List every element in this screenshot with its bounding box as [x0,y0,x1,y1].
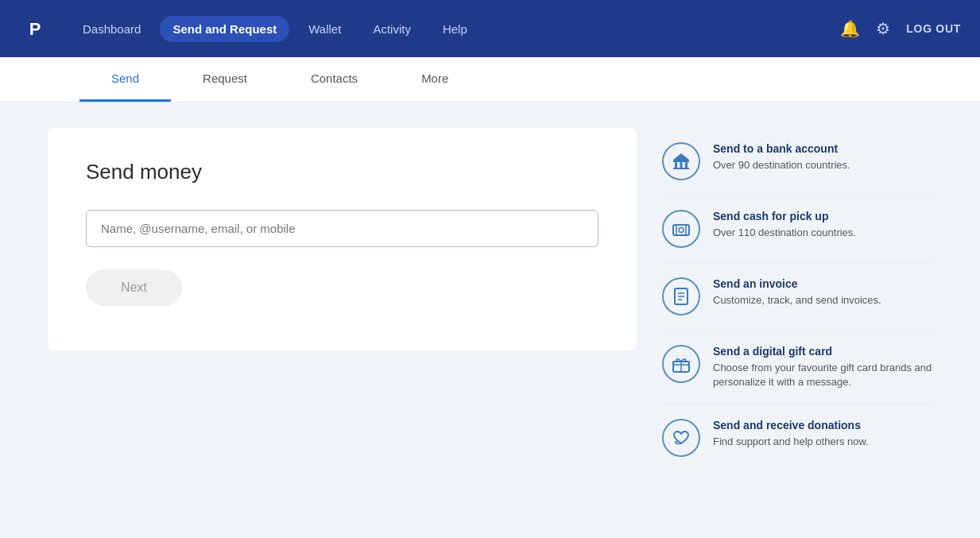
tab-more[interactable]: More [389,57,480,102]
options-panel: Send to a bank account Over 90 destinati… [662,128,932,471]
svg-point-9 [679,228,684,233]
donations-icon [662,419,700,457]
gift-card-text: Send a digital gift card Choose from you… [713,345,932,389]
nav-links: Dashboard Send and Request Wallet Activi… [70,16,840,42]
tab-send[interactable]: Send [79,57,171,102]
paypal-logo[interactable]: P [19,13,51,45]
invoice-icon [662,277,700,315]
navbar: P Dashboard Send and Request Wallet Acti… [0,0,980,57]
option-donations[interactable]: Send and receive donations Find support … [662,404,932,471]
svg-rect-8 [673,225,689,235]
send-money-title: Send money [86,160,598,184]
svg-rect-3 [675,162,677,168]
donations-text: Send and receive donations Find support … [713,419,869,449]
tab-request[interactable]: Request [171,57,279,102]
logout-button[interactable]: LOG OUT [906,22,961,35]
gift-card-icon [662,345,700,383]
svg-rect-6 [673,168,689,169]
cash-pickup-icon [662,210,700,248]
recipient-input[interactable] [86,210,598,247]
svg-text:P: P [29,19,41,39]
nav-help[interactable]: Help [430,16,480,42]
svg-marker-7 [673,153,689,160]
nav-dashboard[interactable]: Dashboard [70,16,153,42]
nav-send-and-request[interactable]: Send and Request [160,16,289,42]
nav-activity[interactable]: Activity [360,16,424,42]
option-cash-pickup[interactable]: Send cash for pick up Over 110 destinati… [662,195,932,263]
tab-contacts[interactable]: Contacts [279,57,389,102]
svg-rect-4 [680,162,683,168]
option-bank-account[interactable]: Send to a bank account Over 90 destinati… [662,128,932,195]
send-money-card: Send money Next [48,128,637,350]
next-button[interactable]: Next [86,269,182,306]
invoice-text: Send an invoice Customize, track, and se… [713,277,881,308]
svg-rect-5 [685,162,688,168]
secondary-nav: Send Request Contacts More [0,57,980,103]
main-content: Send money Next Send to a bank account O… [0,103,980,497]
nav-wallet[interactable]: Wallet [296,16,354,42]
notifications-bell-icon[interactable]: 🔔 [840,19,860,38]
bank-account-icon [662,142,700,180]
bank-account-text: Send to a bank account Over 90 destinati… [713,142,850,172]
settings-gear-icon[interactable]: ⚙ [876,19,890,38]
option-invoice[interactable]: Send an invoice Customize, track, and se… [662,263,932,331]
svg-rect-2 [673,160,689,162]
option-gift-card[interactable]: Send a digital gift card Choose from you… [662,331,932,404]
cash-pickup-text: Send cash for pick up Over 110 destinati… [713,210,856,240]
navbar-right: 🔔 ⚙ LOG OUT [840,19,961,38]
